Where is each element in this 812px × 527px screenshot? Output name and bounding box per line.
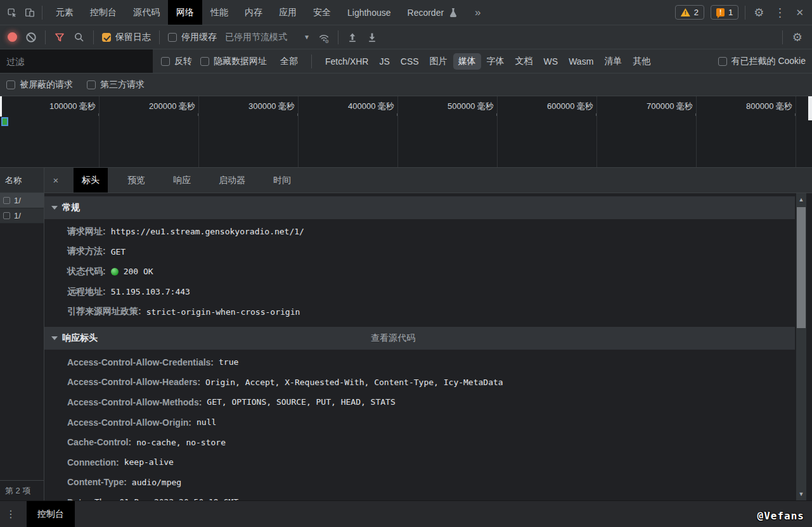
- preserve-log-toggle[interactable]: 保留日志: [102, 32, 151, 43]
- timeline-tick-label: 600000 毫秒: [547, 101, 593, 112]
- invert-filter-toggle[interactable]: 反转: [161, 56, 192, 67]
- details-tab-strip: × 标头 预览 响应: [44, 168, 812, 193]
- request-details-panel: × 标头 预览 响应: [44, 168, 812, 500]
- throttling-select[interactable]: 已停用节流模式 ▼: [225, 32, 310, 43]
- clear-network-log-icon[interactable]: [25, 32, 37, 43]
- drawer-tab-console[interactable]: 控制台: [27, 501, 75, 527]
- blocked-cookies-checkbox[interactable]: [718, 57, 727, 66]
- timeline-section: 500000 毫秒: [398, 96, 498, 167]
- header-row: 引荐来源网址政策: strict-origin-when-cross-origi…: [44, 302, 795, 322]
- filter-chip[interactable]: Fetch/XHR: [320, 54, 373, 69]
- header-value: 200 OK: [124, 267, 153, 276]
- filter-chip[interactable]: 图片: [425, 53, 453, 70]
- panel-tab[interactable]: 网络: [168, 0, 202, 25]
- record-network-log-button[interactable]: [8, 32, 17, 42]
- panel-tab[interactable]: 源代码: [125, 0, 168, 25]
- filter-chip[interactable]: 文档: [510, 53, 538, 70]
- details-tab[interactable]: 响应: [165, 168, 199, 193]
- export-har-icon[interactable]: [366, 32, 378, 43]
- panel-tab[interactable]: 性能: [202, 0, 236, 25]
- divider: [338, 30, 338, 44]
- panel-tab[interactable]: 应用: [271, 0, 305, 25]
- panel-tab[interactable]: 内存: [236, 0, 271, 25]
- inspect-element-icon[interactable]: [6, 7, 18, 18]
- filter-chip[interactable]: 其他: [628, 53, 655, 70]
- close-details-button[interactable]: ×: [44, 168, 67, 193]
- warnings-badge[interactable]: 2: [675, 5, 704, 20]
- details-tab-label: 启动器: [219, 175, 245, 186]
- search-icon[interactable]: [74, 32, 85, 43]
- close-devtools-icon[interactable]: ✕: [794, 8, 806, 17]
- details-tab-label: 预览: [127, 175, 145, 186]
- filter-input[interactable]: [0, 49, 153, 73]
- overview-scrollbar[interactable]: [808, 96, 812, 120]
- request-row[interactable]: 1/: [0, 193, 44, 208]
- details-tab[interactable]: 时间: [265, 168, 299, 193]
- disable-cache-toggle[interactable]: 停用缓存: [168, 32, 217, 43]
- header-value: strict-origin-when-cross-origin: [146, 307, 300, 317]
- import-har-icon[interactable]: [347, 32, 358, 43]
- divider: [42, 6, 42, 20]
- filter-chip[interactable]: 媒体: [453, 53, 481, 70]
- general-section-header[interactable]: 常规: [44, 196, 795, 219]
- filter-chip[interactable]: 清单: [599, 53, 627, 70]
- device-toolbar-icon[interactable]: [24, 7, 35, 18]
- request-row-checkbox[interactable]: [3, 212, 10, 219]
- panel-tab-label: 控制台: [90, 7, 117, 18]
- timeline-section: 200000 毫秒: [100, 96, 199, 167]
- view-source-link[interactable]: 查看源代码: [371, 327, 415, 350]
- divider: [93, 30, 94, 44]
- kebab-menu-icon[interactable]: ⋮: [772, 7, 787, 18]
- blocked-requests-checkbox[interactable]: [6, 80, 15, 89]
- status-green-dot-icon: [111, 268, 119, 276]
- panel-tab[interactable]: Recorder: [399, 0, 468, 25]
- preserve-log-checkbox[interactable]: [102, 33, 111, 42]
- filter-funnel-icon[interactable]: [54, 32, 65, 43]
- panel-tab[interactable]: 安全: [305, 0, 339, 25]
- filter-chip[interactable]: JS: [374, 54, 394, 69]
- header-row: Cache-Control: no-cache, no-store: [44, 432, 795, 452]
- issues-badge[interactable]: 1: [711, 5, 738, 20]
- details-tab-label: 时间: [273, 175, 291, 186]
- settings-gear-icon[interactable]: ⚙: [752, 7, 766, 18]
- hide-data-urls-toggle[interactable]: 隐藏数据网址: [200, 56, 267, 67]
- hide-data-urls-checkbox[interactable]: [200, 57, 209, 66]
- header-row: Content-Type: audio/mpeg: [44, 473, 795, 493]
- disable-cache-checkbox[interactable]: [168, 33, 177, 42]
- scroll-down-arrow-icon[interactable]: ▼: [796, 489, 806, 499]
- filter-chip-all[interactable]: 全部: [275, 53, 303, 70]
- filter-chip[interactable]: WS: [539, 54, 564, 69]
- network-overview-timeline[interactable]: 100000 毫秒 200000 毫秒 300000 毫秒 400000 毫秒 …: [0, 96, 812, 168]
- blocked-requests-label: 被屏蔽的请求: [20, 79, 73, 91]
- scrollbar-thumb[interactable]: [797, 207, 806, 328]
- response-header-rows: Access-Control-Allow-Credentials: true A…: [44, 350, 795, 500]
- header-key: Cache-Control:: [67, 437, 131, 447]
- warning-count: 2: [694, 8, 699, 17]
- panel-tab[interactable]: 元素: [48, 0, 82, 25]
- blocked-requests-toggle[interactable]: 被屏蔽的请求: [6, 79, 73, 91]
- panel-tab[interactable]: Lighthouse: [339, 0, 399, 25]
- network-settings-gear-icon[interactable]: ⚙: [790, 32, 804, 43]
- name-column-header[interactable]: 名称: [0, 168, 44, 193]
- issue-icon: [716, 8, 725, 16]
- details-tab[interactable]: 标头: [74, 168, 108, 193]
- third-party-toggle[interactable]: 第三方请求: [87, 79, 145, 91]
- filter-chip[interactable]: Wasm: [564, 54, 598, 69]
- header-row: Access-Control-Allow-Methods: GET, OPTIO…: [44, 392, 795, 412]
- request-row[interactable]: 1/: [0, 208, 44, 224]
- details-tab[interactable]: 启动器: [210, 168, 254, 193]
- details-tab[interactable]: 预览: [119, 168, 153, 193]
- network-conditions-icon[interactable]: ⚙: [318, 32, 330, 43]
- request-row-checkbox[interactable]: [3, 197, 10, 204]
- response-headers-section-header[interactable]: 响应标头 查看源代码: [44, 327, 795, 350]
- scroll-up-arrow-icon[interactable]: ▲: [796, 194, 806, 205]
- filter-chip[interactable]: 字体: [482, 53, 510, 70]
- panel-tab[interactable]: 控制台: [82, 0, 125, 25]
- blocked-cookies-toggle[interactable]: 有已拦截的 Cookie: [718, 56, 806, 67]
- details-scrollbar[interactable]: ▲ ▼: [795, 193, 812, 500]
- invert-checkbox[interactable]: [161, 57, 170, 66]
- drawer-kebab-menu-icon[interactable]: ⋮: [0, 501, 22, 527]
- filter-chip[interactable]: CSS: [396, 54, 424, 69]
- third-party-checkbox[interactable]: [87, 80, 96, 89]
- more-tabs-button[interactable]: »: [467, 6, 488, 19]
